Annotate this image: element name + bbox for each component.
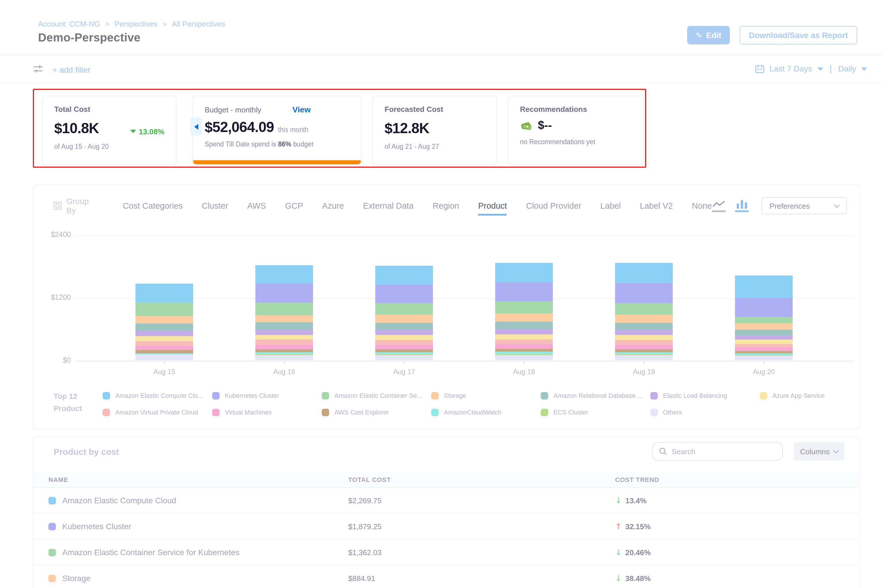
bar-segment [375,266,433,285]
grid-icon [54,202,62,210]
legend-item[interactable]: AWS Cost Explorer [322,408,431,417]
groupby-tab-gcp[interactable]: GCP [285,201,303,210]
edit-button-label: Edit [706,30,722,40]
bar-segment [255,315,313,322]
bar-segment [735,298,793,317]
search-input[interactable] [672,447,776,456]
stacked-bar-aug-20[interactable] [735,276,793,360]
column-header-total-cost: TOTAL COST [348,476,615,483]
add-filter-button[interactable]: + add filter [52,65,90,74]
bar-segment [735,330,793,336]
download-save-report-button[interactable]: Download/Save as Report [740,26,857,44]
bar-segment [735,323,793,330]
bar-segment [375,340,433,345]
granularity-dropdown[interactable]: Daily [838,64,856,73]
table-row[interactable]: Kubernetes Cluster$1,879.25↑32.15% [33,514,859,540]
group-by-tabs: Cost CategoriesClusterAWSGCPAzureExterna… [123,201,712,210]
date-range-dropdown[interactable]: Last 7 Days [770,64,812,73]
forecasted-cost-value: $12.8K [384,120,429,136]
bar-segment [375,352,433,354]
bar-segment [375,350,433,352]
y-axis-tick-label: $0 [36,356,71,364]
groupby-tab-external-data[interactable]: External Data [363,201,414,210]
breadcrumb-item[interactable]: Perspectives [114,20,158,28]
stacked-bar-aug-19[interactable] [615,263,673,360]
breadcrumb-separator: > [105,20,109,28]
budget-note: Spend Till Date spend is 86% budget [205,141,350,148]
caret-down-icon[interactable] [861,68,867,71]
stacked-bar-aug-18[interactable] [495,262,553,360]
column-header-cost-trend: COST TREND [615,476,859,483]
legend-item[interactable]: Amazon Elastic Container Se... [322,391,431,400]
y-axis-tick-label: $2400 [36,231,71,238]
budget-view-link[interactable]: View [292,105,311,114]
legend-label: Others [663,409,682,416]
chart-panel: Group By Cost CategoriesClusterAWSGCPAzu… [33,184,860,429]
money-with-wings-icon [520,120,532,131]
legend-item[interactable]: Amazon Elastic Compute Clo... [103,391,212,400]
bar-segment [615,303,673,315]
bar-segment [615,350,673,352]
legend-item[interactable]: Azure App Service [760,391,869,400]
trend-down-icon: ↓ [615,574,622,583]
table-search[interactable] [652,442,783,460]
bar-segment [135,346,193,350]
legend-item[interactable]: Storage [431,391,541,400]
breadcrumb-item[interactable]: Account: CCM-NG [38,20,100,28]
groupby-tab-aws[interactable]: AWS [247,201,266,210]
table-row[interactable]: Amazon Elastic Container Service for Kub… [33,540,859,566]
legend-item[interactable]: AmazonCloudWatch [431,408,541,417]
y-axis-tick-label: $1200 [36,293,71,302]
stacked-bar-aug-17[interactable] [375,266,433,360]
bar-segment [255,356,313,360]
breadcrumb-item[interactable]: All Perspectives [172,20,225,28]
bar-segment [255,284,313,302]
groupby-tab-cloud-provider[interactable]: Cloud Provider [526,201,581,210]
recommendations-card: Recommendations $-- no Recommendations y… [508,96,644,165]
legend-label: Virtual Machines [225,409,272,416]
legend-item[interactable]: Amazon Relational Database ... [541,391,650,400]
groupby-tab-cost-categories[interactable]: Cost Categories [123,201,183,210]
bar-segment [495,262,553,282]
groupby-tab-azure[interactable]: Azure [322,201,344,210]
caret-down-icon[interactable] [817,68,823,71]
groupby-tab-label[interactable]: Label [600,201,621,210]
chevron-down-icon [833,448,839,453]
table-row[interactable]: Amazon Elastic Compute Cloud$2,269.75↓13… [33,488,859,514]
budget-card: Budget - monthly View $52,064.09 this mo… [192,96,362,165]
legend-item[interactable]: Amazon Virtual Private Cloud [103,408,212,417]
filter-sliders-icon[interactable] [33,64,43,74]
preferences-dropdown[interactable]: Preferences [762,197,847,214]
column-header-name: NAME [48,476,348,483]
previous-card-button[interactable] [190,118,202,135]
bar-segment [615,263,673,283]
legend-item[interactable]: Elastic Load Balancing [650,391,760,400]
bar-segment [255,334,313,339]
bar-segment [135,303,193,316]
groupby-tab-product[interactable]: Product [478,201,507,210]
bar-segment [615,355,673,360]
stacked-bar-aug-15[interactable] [135,284,193,360]
legend-item[interactable]: Virtual Machines [212,408,322,417]
columns-dropdown[interactable]: Columns [794,442,844,460]
table-row[interactable]: Storage$884.91↓38.48% [33,566,859,588]
search-icon [659,447,667,455]
bar-segment [375,285,433,303]
groupby-tab-region[interactable]: Region [433,201,459,210]
groupby-tab-label-v2[interactable]: Label V2 [640,201,673,210]
filter-row-divider [0,82,882,83]
trend-down-icon: ↓ [615,496,622,505]
legend-item[interactable]: ECS Cluster [541,408,650,417]
line-chart-icon[interactable] [712,200,726,212]
stacked-bar-aug-16[interactable] [255,266,313,360]
legend-item[interactable]: Kubernetes Cluster [212,391,322,400]
legend-item[interactable]: Others [650,408,760,417]
groupby-tab-cluster[interactable]: Cluster [202,201,228,210]
groupby-tab-none[interactable]: None [692,201,712,210]
card-title: Budget - monthly [205,105,261,114]
bar-chart-icon[interactable] [735,200,749,212]
bar-segment [255,340,313,345]
page-title: Demo-Perspective [38,31,140,44]
edit-button[interactable]: ✎ Edit [687,26,730,44]
bar-segment [615,352,673,354]
